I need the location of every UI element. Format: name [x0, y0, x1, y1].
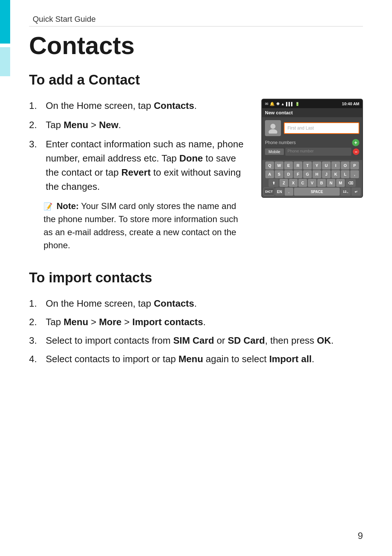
- avatar-icon: [268, 123, 278, 134]
- contact-form: First and Last Phone numbers + Mobile Ph…: [262, 117, 362, 160]
- accent-bar-mid: [0, 47, 10, 76]
- key-k[interactable]: K: [331, 170, 340, 178]
- add-phone-button[interactable]: +: [352, 139, 359, 146]
- quick-start-label: Quick Start Guide: [29, 15, 363, 26]
- key-j[interactable]: J: [322, 170, 331, 178]
- notif-icon: 🔔: [270, 102, 275, 106]
- add-contact-instructions: 1. On the Home screen, tap Contacts. 2. …: [29, 99, 247, 252]
- status-icons: ✉ 🔔 ❉ ▲ ▌▌▌ 🔋: [265, 102, 299, 106]
- list-item: 4. Select contacts to import or tap Menu…: [29, 352, 363, 366]
- step-text: Enter contact information such as name, …: [46, 137, 247, 194]
- key-b[interactable]: B: [317, 179, 326, 187]
- key-numbers[interactable]: 12.,: [340, 188, 351, 196]
- phone-placeholder: Phone number: [287, 149, 314, 153]
- key-dict[interactable]: DICT: [264, 188, 274, 196]
- phone-screenshot: ✉ 🔔 ❉ ▲ ▌▌▌ 🔋 10:40 AM Ne: [261, 99, 363, 198]
- key-z[interactable]: Z: [279, 179, 288, 187]
- step-text: Tap Menu > More > Import contacts.: [46, 315, 206, 329]
- bluetooth-icon: ❉: [276, 102, 279, 106]
- step-num: 3.: [29, 334, 40, 348]
- add-contact-heading: To add a Contact: [29, 72, 363, 88]
- status-bar: ✉ 🔔 ❉ ▲ ▌▌▌ 🔋 10:40 AM: [262, 99, 362, 108]
- key-s[interactable]: S: [275, 170, 283, 178]
- import-contacts-list: 1. On the Home screen, tap Contacts. 2. …: [29, 297, 363, 366]
- step-num: 2.: [29, 315, 40, 329]
- battery-icon: 🔋: [295, 102, 299, 106]
- step-text: Select contacts to import or tap Menu ag…: [46, 352, 314, 366]
- import-contacts-section: To import contacts 1. On the Home screen…: [29, 270, 363, 366]
- keyboard-row-3: ⬆ Z X C V B N M ⌫: [263, 179, 362, 187]
- avatar: [265, 120, 281, 136]
- page-number: 9: [358, 530, 363, 541]
- key-o[interactable]: O: [341, 162, 350, 169]
- keyboard: Q W E R T Y U I O P A S: [262, 160, 362, 197]
- list-item: 2. Tap Menu > More > Import contacts.: [29, 315, 363, 329]
- key-i[interactable]: I: [331, 162, 340, 169]
- list-item: 1. On the Home screen, tap Contacts.: [29, 297, 363, 311]
- key-q[interactable]: Q: [265, 162, 274, 169]
- key-w[interactable]: W: [275, 162, 283, 169]
- key-l[interactable]: L: [341, 170, 350, 178]
- wifi-icon: ▲: [281, 102, 285, 106]
- step-num: 1.: [29, 297, 40, 311]
- accent-bar-top: [0, 0, 10, 44]
- page-title: Contacts: [29, 33, 363, 58]
- key-v[interactable]: V: [308, 179, 317, 187]
- key-x[interactable]: X: [289, 179, 298, 187]
- add-contact-section: To add a Contact 1. On the Home screen, …: [29, 72, 363, 252]
- key-m[interactable]: M: [336, 179, 345, 187]
- key-f[interactable]: F: [294, 170, 302, 178]
- key-comma[interactable]: ,: [350, 170, 359, 178]
- avatar-row: First and Last: [265, 120, 359, 136]
- step-text: On the Home screen, tap Contacts.: [46, 99, 197, 113]
- key-shift[interactable]: ⬆: [269, 179, 279, 187]
- key-en[interactable]: EN: [275, 188, 284, 196]
- key-enter[interactable]: ↵: [351, 188, 361, 196]
- step-num: 3.: [29, 137, 40, 194]
- app-bar: New contact: [262, 108, 362, 117]
- email-icon: ✉: [265, 102, 268, 106]
- import-contacts-heading: To import contacts: [29, 270, 363, 286]
- list-item: 1. On the Home screen, tap Contacts.: [29, 99, 247, 113]
- phone-row: Mobile Phone number −: [265, 148, 359, 156]
- signal-icon: ▌▌▌: [286, 102, 294, 106]
- key-period[interactable]: .: [285, 188, 293, 196]
- key-space[interactable]: SPACE: [294, 188, 340, 196]
- step-num: 2.: [29, 118, 40, 132]
- note-icon: 📝: [44, 203, 53, 210]
- step-num: 1.: [29, 99, 40, 113]
- note-label: Note:: [57, 201, 79, 211]
- phone-numbers-label: Phone numbers +: [265, 139, 359, 146]
- key-d[interactable]: D: [284, 170, 293, 178]
- phone-numbers-text: Phone numbers: [265, 140, 296, 145]
- step-text: On the Home screen, tap Contacts.: [46, 297, 197, 311]
- keyboard-row-1: Q W E R T Y U I O P: [263, 162, 362, 169]
- step-num: 4.: [29, 352, 40, 366]
- list-item: 3. Enter contact information such as nam…: [29, 137, 247, 194]
- key-c[interactable]: C: [298, 179, 307, 187]
- key-a[interactable]: A: [265, 170, 274, 178]
- instruction-row: 1. On the Home screen, tap Contacts. 2. …: [29, 99, 363, 252]
- key-h[interactable]: H: [313, 170, 321, 178]
- keyboard-row-2: A S D F G H J K L ,: [263, 170, 362, 178]
- key-n[interactable]: N: [327, 179, 335, 187]
- key-r[interactable]: R: [294, 162, 302, 169]
- key-g[interactable]: G: [303, 170, 312, 178]
- key-y[interactable]: Y: [313, 162, 321, 169]
- key-delete[interactable]: ⌫: [346, 179, 356, 187]
- name-input[interactable]: First and Last: [284, 122, 359, 134]
- list-item: 3. Select to import contacts from SIM Ca…: [29, 334, 363, 348]
- phone-input[interactable]: Phone number: [285, 148, 351, 156]
- key-u[interactable]: U: [322, 162, 331, 169]
- status-time: 10:40 AM: [342, 102, 359, 106]
- note-block: 📝 Note: Your SIM card only stores the na…: [29, 200, 247, 252]
- key-p[interactable]: P: [350, 162, 359, 169]
- phone-type[interactable]: Mobile: [265, 148, 284, 155]
- step-text: Select to import contacts from SIM Card …: [46, 334, 334, 348]
- name-placeholder: First and Last: [287, 126, 314, 131]
- remove-phone-button[interactable]: −: [353, 148, 359, 155]
- list-item: 2. Tap Menu > New.: [29, 118, 247, 132]
- step-text: Tap Menu > New.: [46, 118, 121, 132]
- key-e[interactable]: E: [284, 162, 293, 169]
- key-t[interactable]: T: [303, 162, 312, 169]
